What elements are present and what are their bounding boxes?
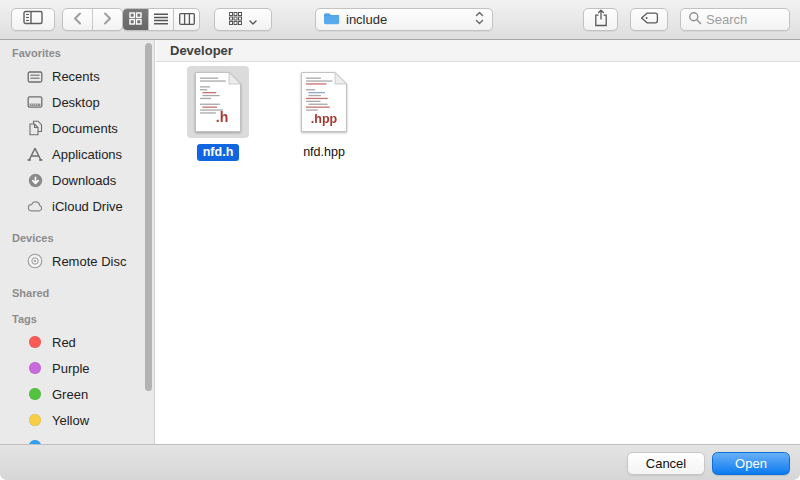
search-icon	[688, 11, 702, 29]
chevron-up-down-icon	[475, 11, 484, 29]
navigation-group	[62, 8, 123, 31]
header-file-icon: .h	[194, 71, 242, 133]
sidebar-item-tag-red[interactable]: Red	[0, 329, 154, 355]
green-tag-dot-icon	[26, 388, 44, 400]
purple-tag-dot-icon	[26, 362, 44, 374]
location-label: include	[346, 12, 469, 27]
sidebar-section-title-shared: Shared	[12, 286, 154, 300]
current-folder-label: Developer	[170, 43, 233, 58]
header-file-icon: .hpp	[300, 71, 348, 133]
sidebar-section-title-favorites: Favorites	[12, 46, 154, 60]
sidebar-item-applications[interactable]: Applications	[0, 141, 154, 167]
sidebar-item-label: Recents	[52, 69, 100, 84]
tags-button[interactable]	[630, 8, 668, 31]
sidebar-scrollbar[interactable]	[145, 43, 152, 391]
svg-text:.h: .h	[216, 109, 228, 125]
sidebar-item-label: Yellow	[52, 413, 89, 428]
sidebar-item-label: Purple	[52, 361, 90, 376]
sidebar-item-downloads[interactable]: Downloads	[0, 167, 154, 193]
downloads-icon	[26, 173, 44, 188]
sidebar-item-tag-blue[interactable]	[0, 433, 154, 444]
applications-icon	[26, 147, 44, 161]
icloud-icon	[26, 200, 44, 212]
sidebar-section-title-devices: Devices	[12, 231, 154, 245]
sidebar-item-label: Green	[52, 387, 88, 402]
dialog-footer: Cancel Open	[0, 444, 800, 480]
path-header: Developer	[156, 40, 800, 62]
chevron-left-icon	[73, 11, 82, 29]
sidebar-item-tag-yellow[interactable]: Yellow	[0, 407, 154, 433]
chevron-down-icon	[249, 11, 257, 29]
file-browser-pane: Developer .h nfd.h .hpp nfd.hpp	[156, 40, 800, 444]
sidebar-item-label: Remote Disc	[52, 254, 126, 269]
sidebar-section-title-tags: Tags	[12, 312, 154, 326]
file-label: nfd.hpp	[297, 144, 351, 161]
sidebar-item-remote-disc[interactable]: Remote Disc	[0, 248, 154, 274]
cancel-button[interactable]: Cancel	[627, 452, 705, 475]
tag-icon	[640, 11, 659, 29]
red-tag-dot-icon	[26, 336, 44, 348]
file-selection-highlight: .h	[187, 66, 249, 138]
sidebar-item-desktop[interactable]: Desktop	[0, 89, 154, 115]
sidebar-item-label: Red	[52, 335, 76, 350]
disc-icon	[26, 253, 44, 269]
file-label: nfd.h	[197, 144, 240, 161]
sidebar-toggle-icon	[23, 10, 43, 29]
svg-text:.hpp: .hpp	[311, 112, 338, 126]
view-mode-columns-button[interactable]	[173, 9, 199, 30]
sidebar-toggle-button[interactable]	[11, 8, 55, 31]
arrange-grid-icon	[229, 11, 242, 29]
documents-icon	[26, 120, 44, 136]
search-field[interactable]	[680, 8, 790, 31]
sidebar-item-icloud-drive[interactable]: iCloud Drive	[0, 193, 154, 219]
view-mode-control	[122, 8, 200, 31]
sidebar-item-label: iCloud Drive	[52, 199, 123, 214]
desktop-icon	[26, 95, 44, 109]
file-icon-wrap: .hpp	[293, 66, 355, 138]
sidebar: Favorites Recents Desktop Documents Appl…	[0, 40, 155, 444]
share-button[interactable]	[583, 8, 618, 31]
file-nfd-hpp[interactable]: .hpp nfd.hpp	[293, 66, 355, 161]
location-dropdown[interactable]: include	[315, 8, 493, 31]
sidebar-item-label: Downloads	[52, 173, 116, 188]
sidebar-item-label: Applications	[52, 147, 122, 162]
sidebar-item-tag-green[interactable]: Green	[0, 381, 154, 407]
recents-icon	[26, 69, 44, 84]
arrange-button[interactable]	[214, 8, 272, 31]
sidebar-item-recents[interactable]: Recents	[0, 63, 154, 89]
sidebar-item-tag-purple[interactable]: Purple	[0, 355, 154, 381]
file-nfd-h[interactable]: .h nfd.h	[187, 66, 249, 161]
view-mode-icons-button[interactable]	[123, 9, 148, 30]
open-file-dialog: include Favorites	[0, 0, 800, 480]
chevron-right-icon	[103, 11, 112, 29]
back-button[interactable]	[63, 9, 92, 30]
sidebar-item-label: Documents	[52, 121, 118, 136]
list-view-icon	[154, 11, 168, 29]
folder-icon	[323, 11, 340, 29]
share-icon	[593, 9, 609, 31]
toolbar: include	[0, 0, 800, 40]
icon-view-grid-icon	[129, 11, 142, 29]
sidebar-item-documents[interactable]: Documents	[0, 115, 154, 141]
sidebar-item-label: Desktop	[52, 95, 100, 110]
yellow-tag-dot-icon	[26, 414, 44, 426]
open-button[interactable]: Open	[712, 452, 790, 475]
view-mode-list-button[interactable]	[148, 9, 174, 30]
files-grid: .h nfd.h .hpp nfd.hpp	[156, 62, 800, 161]
forward-button[interactable]	[92, 9, 122, 30]
search-input[interactable]	[706, 12, 784, 27]
column-view-icon	[179, 11, 195, 29]
